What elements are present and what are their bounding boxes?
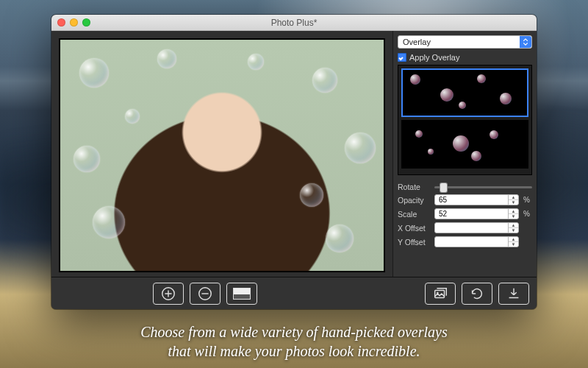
titlebar: Photo Plus* (51, 15, 537, 31)
svg-rect-2 (435, 290, 445, 297)
xoffset-label: X Offset (398, 224, 430, 233)
bottom-toolbar (51, 277, 537, 309)
overlay-bubble (74, 146, 100, 172)
opacity-label: Opacity (398, 196, 430, 205)
window-title: Photo Plus* (271, 18, 318, 28)
scale-value: 52 (439, 210, 447, 218)
overlay-thumbnail[interactable] (401, 68, 528, 117)
rotate-label: Rotate (398, 183, 430, 191)
remove-button[interactable] (190, 283, 220, 305)
opacity-stepper[interactable]: ▲▼ (508, 195, 518, 205)
image-canvas[interactable] (59, 38, 385, 272)
rotate-slider[interactable] (434, 183, 532, 191)
minimize-window-button[interactable] (70, 18, 78, 26)
opacity-row: Opacity 65 ▲▼ % (398, 194, 532, 205)
add-button[interactable] (153, 283, 184, 305)
opacity-suffix: % (523, 196, 532, 204)
overlay-bubble (157, 49, 176, 68)
gallery-button[interactable] (425, 283, 456, 305)
scale-input[interactable]: 52 ▲▼ (434, 208, 519, 219)
close-window-button[interactable] (57, 18, 65, 26)
compare-button[interactable] (226, 283, 257, 305)
scale-label: Scale (398, 210, 430, 219)
overlay-controls: Rotate Opacity 65 ▲▼ % Scale 5 (398, 183, 532, 247)
apply-overlay-checkbox[interactable] (398, 53, 406, 62)
window-controls (57, 18, 90, 26)
yoffset-label: Y Offset (398, 238, 430, 247)
xoffset-input[interactable]: ▲▼ (434, 222, 519, 233)
plus-circle-icon (160, 286, 176, 302)
download-icon (506, 286, 522, 302)
overlay-bubble (326, 224, 354, 252)
split-rect-icon (233, 288, 251, 300)
overlay-category-dropdown[interactable]: Overlay (398, 35, 532, 49)
yoffset-input[interactable]: ▲▼ (434, 236, 519, 247)
xoffset-row: X Offset ▲▼ (398, 222, 532, 233)
workarea: Overlay Apply Overlay (51, 31, 537, 277)
overlay-bubble (300, 183, 323, 207)
caption-line1: Choose from a wide variety of hand-picke… (44, 322, 544, 342)
scale-stepper[interactable]: ▲▼ (508, 209, 518, 219)
export-button[interactable] (498, 283, 529, 305)
apply-overlay-label: Apply Overlay (409, 53, 459, 62)
xoffset-stepper[interactable]: ▲▼ (508, 223, 518, 233)
scale-suffix: % (523, 210, 532, 218)
reset-button[interactable] (462, 283, 492, 305)
apply-overlay-row: Apply Overlay (398, 53, 532, 62)
zoom-window-button[interactable] (82, 18, 90, 26)
yoffset-stepper[interactable]: ▲▼ (508, 237, 518, 247)
dropdown-label: Overlay (403, 38, 431, 46)
caption-line2: that will make your photos look incredib… (44, 342, 544, 361)
overlay-thumbnail[interactable] (401, 120, 528, 169)
overlay-thumbnail-list[interactable] (398, 65, 532, 175)
minus-circle-icon (197, 286, 213, 302)
canvas-pane (51, 31, 392, 277)
overlay-bubble (248, 54, 264, 70)
overlay-bubble (312, 68, 337, 93)
app-window: Photo Plus* Overlay (51, 15, 537, 309)
rotate-row: Rotate (398, 183, 532, 191)
marketing-caption: Choose from a wide variety of hand-picke… (0, 322, 588, 361)
overlay-bubble (345, 132, 376, 163)
opacity-value: 65 (439, 196, 447, 204)
opacity-input[interactable]: 65 ▲▼ (434, 194, 519, 205)
side-panel: Overlay Apply Overlay (392, 31, 537, 277)
dropdown-arrow-icon (520, 36, 531, 48)
refresh-icon (469, 286, 485, 302)
scale-row: Scale 52 ▲▼ % (398, 208, 532, 219)
overlay-bubble (93, 206, 125, 238)
image-stack-icon (432, 286, 448, 302)
yoffset-row: Y Offset ▲▼ (398, 236, 532, 247)
